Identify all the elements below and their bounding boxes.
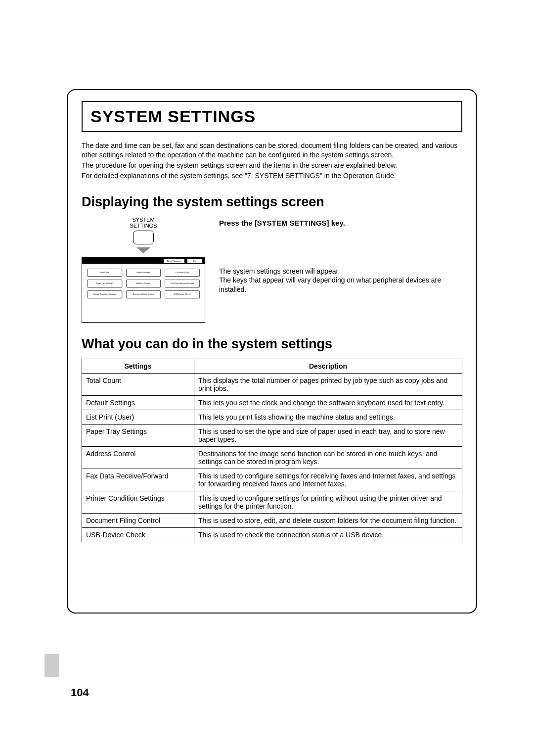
panel-btn-paper-tray: Paper Tray Settings (87, 280, 122, 287)
table-row: Default Settings This lets you set the c… (82, 395, 462, 410)
system-settings-key-diagram: SYSTEM SETTINGS (82, 217, 205, 253)
panel-btn-printer-condition: Printer Condition Settings (87, 290, 122, 298)
settings-table: Settings Description Total Count This di… (82, 359, 462, 542)
key-shape-icon (133, 231, 154, 244)
col-description: Description (194, 359, 462, 373)
instruction-body-1: The system settings screen will appear. (219, 267, 462, 276)
row-setting: List Print (User) (82, 410, 194, 424)
displaying-section: SYSTEM SETTINGS Admin Password Exit Tota… (82, 217, 462, 323)
row-description: This is used to configure settings for r… (194, 469, 462, 491)
table-row: Fax Data Receive/Forward This is used to… (82, 469, 462, 491)
instruction-body-2: The keys that appear will vary depending… (219, 276, 462, 294)
row-description: This is used to check the connection sta… (194, 527, 462, 542)
panel-btn-fax-data: Fax Data Receive/Forward (165, 280, 200, 287)
key-label-line2: SETTINGS (82, 223, 205, 229)
page-title-box: SYSTEM SETTINGS (82, 101, 462, 132)
table-row: Address Control Destinations for the ima… (82, 446, 462, 469)
row-setting: Default Settings (82, 395, 194, 410)
instruction-bold: Press the [SYSTEM SETTINGS] key. (219, 219, 462, 227)
row-setting: Document Filing Control (82, 513, 194, 527)
table-row: List Print (User) This lets you print li… (82, 410, 462, 424)
section-what-heading: What you can do in the system settings (82, 336, 462, 352)
row-setting: Address Control (82, 446, 194, 469)
intro-line-2: The procedure for opening the system set… (82, 161, 462, 170)
main-content-frame: SYSTEM SETTINGS The date and time can be… (67, 89, 477, 614)
panel-btn-list-print: List Print (User) (165, 269, 200, 277)
diagram-column: SYSTEM SETTINGS Admin Password Exit Tota… (82, 217, 205, 323)
col-settings: Settings (82, 359, 194, 373)
section-displaying-heading: Displaying the system settings screen (82, 194, 462, 210)
row-description: This is used to configure settings for p… (194, 491, 462, 513)
instruction-column: Press the [SYSTEM SETTINGS] key. The sys… (219, 217, 462, 323)
panel-btn-usb-check: USB-Device Check (165, 290, 200, 298)
row-setting: Fax Data Receive/Forward (82, 469, 194, 491)
table-row: Printer Condition Settings This is used … (82, 491, 462, 513)
panel-btn-address-control: Address Control (126, 280, 161, 287)
panel-admin-password-button: Admin Password (163, 258, 185, 264)
table-header-row: Settings Description (82, 359, 462, 373)
instruction-body: The system settings screen will appear. … (219, 267, 462, 295)
row-description: This displays the total number of pages … (194, 373, 462, 395)
down-arrow-icon (136, 247, 150, 253)
page: SYSTEM SETTINGS The date and time can be… (0, 0, 534, 756)
row-description: Destinations for the image send function… (194, 446, 462, 469)
row-setting: Paper Tray Settings (82, 424, 194, 446)
table-row: USB-Device Check This is used to check t… (82, 527, 462, 542)
row-setting: USB-Device Check (82, 527, 194, 542)
table-row: Total Count This displays the total numb… (82, 373, 462, 395)
intro-text: The date and time can be set, fax and sc… (82, 141, 462, 181)
page-number: 104 (71, 686, 89, 699)
row-description: This lets you print lists showing the ma… (194, 410, 462, 424)
panel-exit-button: Exit (187, 258, 203, 264)
page-title: SYSTEM SETTINGS (90, 107, 453, 126)
row-description: This is used to set the type and size of… (194, 424, 462, 446)
side-tab (44, 654, 59, 677)
intro-line-3: For detailed explanations of the system … (82, 171, 462, 181)
intro-line-1: The date and time can be set, fax and sc… (82, 141, 462, 160)
key-label-line1: SYSTEM (82, 217, 205, 223)
row-setting: Total Count (82, 373, 194, 395)
panel-btn-doc-filing: Document Filing Control (126, 290, 161, 298)
settings-panel-illustration: Admin Password Exit Total Count Default … (82, 257, 205, 323)
panel-btn-default-settings: Default Settings (126, 269, 161, 277)
row-description: This lets you set the clock and change t… (194, 395, 462, 410)
panel-titlebar: Admin Password Exit (82, 258, 205, 264)
row-description: This is used to store, edit, and delete … (194, 513, 462, 527)
panel-btn-total-count: Total Count (87, 269, 122, 277)
row-setting: Printer Condition Settings (82, 491, 194, 513)
table-row: Document Filing Control This is used to … (82, 513, 462, 527)
table-row: Paper Tray Settings This is used to set … (82, 424, 462, 446)
panel-button-grid: Total Count Default Settings List Print … (82, 264, 205, 303)
